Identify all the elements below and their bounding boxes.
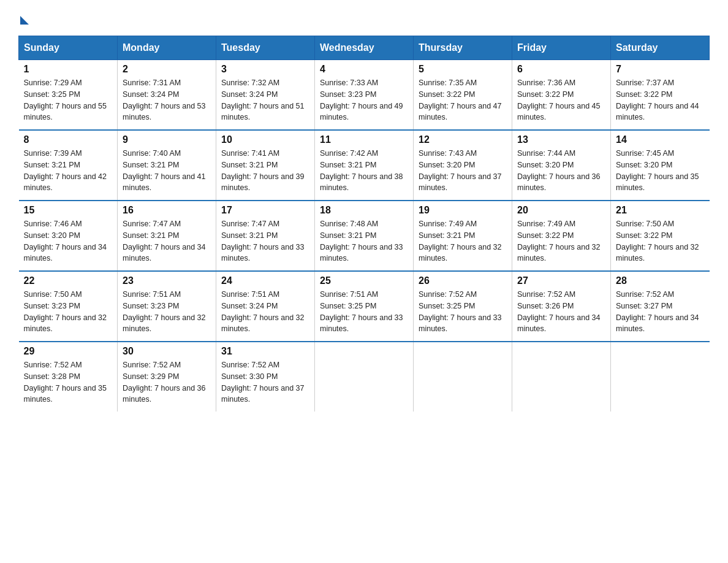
calendar-table: SundayMondayTuesdayWednesdayThursdayFrid… xyxy=(18,36,710,412)
calendar-cell: 12Sunrise: 7:43 AMSunset: 3:20 PMDayligh… xyxy=(414,130,512,201)
day-info: Sunrise: 7:51 AMSunset: 3:25 PMDaylight:… xyxy=(320,290,403,333)
calendar-cell: 9Sunrise: 7:40 AMSunset: 3:21 PMDaylight… xyxy=(118,130,216,201)
day-info: Sunrise: 7:51 AMSunset: 3:23 PMDaylight:… xyxy=(123,290,206,333)
calendar-cell: 24Sunrise: 7:51 AMSunset: 3:24 PMDayligh… xyxy=(216,271,315,342)
day-number: 10 xyxy=(221,134,309,145)
day-info: Sunrise: 7:45 AMSunset: 3:20 PMDaylight:… xyxy=(616,149,699,192)
day-info: Sunrise: 7:31 AMSunset: 3:24 PMDaylight:… xyxy=(123,79,206,121)
calendar-cell: 5Sunrise: 7:35 AMSunset: 3:22 PMDaylight… xyxy=(414,60,512,131)
logo xyxy=(18,12,29,25)
day-number: 15 xyxy=(24,205,113,216)
calendar-cell: 23Sunrise: 7:51 AMSunset: 3:23 PMDayligh… xyxy=(118,271,216,342)
calendar-cell: 6Sunrise: 7:36 AMSunset: 3:22 PMDaylight… xyxy=(512,60,611,131)
day-number: 5 xyxy=(419,64,507,75)
day-info: Sunrise: 7:52 AMSunset: 3:25 PMDaylight:… xyxy=(419,290,502,333)
calendar-cell: 8Sunrise: 7:39 AMSunset: 3:21 PMDaylight… xyxy=(19,130,118,201)
day-info: Sunrise: 7:29 AMSunset: 3:25 PMDaylight:… xyxy=(24,79,107,121)
day-info: Sunrise: 7:49 AMSunset: 3:22 PMDaylight:… xyxy=(517,220,601,262)
day-info: Sunrise: 7:39 AMSunset: 3:21 PMDaylight:… xyxy=(24,149,107,192)
day-number: 29 xyxy=(24,346,113,357)
page-header xyxy=(18,12,710,25)
day-number: 14 xyxy=(616,134,705,145)
day-info: Sunrise: 7:47 AMSunset: 3:21 PMDaylight:… xyxy=(123,220,206,262)
day-number: 25 xyxy=(320,275,408,286)
calendar-cell: 25Sunrise: 7:51 AMSunset: 3:25 PMDayligh… xyxy=(315,271,414,342)
day-number: 21 xyxy=(616,205,705,216)
calendar-cell: 26Sunrise: 7:52 AMSunset: 3:25 PMDayligh… xyxy=(414,271,512,342)
day-number: 2 xyxy=(123,64,211,75)
day-info: Sunrise: 7:35 AMSunset: 3:22 PMDaylight:… xyxy=(419,79,502,121)
day-number: 13 xyxy=(517,134,605,145)
day-number: 12 xyxy=(419,134,507,145)
day-info: Sunrise: 7:51 AMSunset: 3:24 PMDaylight:… xyxy=(221,290,305,333)
day-number: 18 xyxy=(320,205,408,216)
calendar-cell: 3Sunrise: 7:32 AMSunset: 3:24 PMDaylight… xyxy=(216,60,315,131)
day-info: Sunrise: 7:52 AMSunset: 3:29 PMDaylight:… xyxy=(123,361,206,404)
day-number: 27 xyxy=(517,275,605,286)
day-info: Sunrise: 7:50 AMSunset: 3:22 PMDaylight:… xyxy=(616,220,699,262)
day-number: 31 xyxy=(221,346,309,357)
calendar-cell: 1Sunrise: 7:29 AMSunset: 3:25 PMDaylight… xyxy=(19,60,118,131)
day-info: Sunrise: 7:47 AMSunset: 3:21 PMDaylight:… xyxy=(221,220,305,262)
calendar-cell: 14Sunrise: 7:45 AMSunset: 3:20 PMDayligh… xyxy=(611,130,710,201)
day-header-friday: Friday xyxy=(512,36,611,60)
calendar-cell xyxy=(315,342,414,412)
calendar-cell: 16Sunrise: 7:47 AMSunset: 3:21 PMDayligh… xyxy=(118,201,216,271)
day-info: Sunrise: 7:44 AMSunset: 3:20 PMDaylight:… xyxy=(517,149,601,192)
day-info: Sunrise: 7:40 AMSunset: 3:21 PMDaylight:… xyxy=(123,149,206,192)
calendar-cell: 19Sunrise: 7:49 AMSunset: 3:21 PMDayligh… xyxy=(414,201,512,271)
calendar-cell: 4Sunrise: 7:33 AMSunset: 3:23 PMDaylight… xyxy=(315,60,414,131)
day-info: Sunrise: 7:52 AMSunset: 3:30 PMDaylight:… xyxy=(221,361,305,404)
day-number: 3 xyxy=(221,64,309,75)
day-header-thursday: Thursday xyxy=(414,36,512,60)
calendar-cell: 13Sunrise: 7:44 AMSunset: 3:20 PMDayligh… xyxy=(512,130,611,201)
calendar-cell: 11Sunrise: 7:42 AMSunset: 3:21 PMDayligh… xyxy=(315,130,414,201)
day-info: Sunrise: 7:32 AMSunset: 3:24 PMDaylight:… xyxy=(221,79,305,121)
day-header-tuesday: Tuesday xyxy=(216,36,315,60)
day-number: 16 xyxy=(123,205,211,216)
day-number: 11 xyxy=(320,134,408,145)
calendar-week-row: 8Sunrise: 7:39 AMSunset: 3:21 PMDaylight… xyxy=(19,130,710,201)
day-info: Sunrise: 7:43 AMSunset: 3:20 PMDaylight:… xyxy=(419,149,502,192)
day-info: Sunrise: 7:48 AMSunset: 3:21 PMDaylight:… xyxy=(320,220,403,262)
day-number: 20 xyxy=(517,205,605,216)
day-number: 22 xyxy=(24,275,113,286)
day-number: 1 xyxy=(24,64,113,75)
day-info: Sunrise: 7:52 AMSunset: 3:28 PMDaylight:… xyxy=(24,361,107,404)
calendar-cell: 21Sunrise: 7:50 AMSunset: 3:22 PMDayligh… xyxy=(611,201,710,271)
day-info: Sunrise: 7:50 AMSunset: 3:23 PMDaylight:… xyxy=(24,290,107,333)
day-number: 17 xyxy=(221,205,309,216)
day-header-wednesday: Wednesday xyxy=(315,36,414,60)
calendar-cell: 30Sunrise: 7:52 AMSunset: 3:29 PMDayligh… xyxy=(118,342,216,412)
calendar-cell xyxy=(512,342,611,412)
calendar-cell: 27Sunrise: 7:52 AMSunset: 3:26 PMDayligh… xyxy=(512,271,611,342)
day-header-saturday: Saturday xyxy=(611,36,710,60)
day-number: 24 xyxy=(221,275,309,286)
calendar-cell: 18Sunrise: 7:48 AMSunset: 3:21 PMDayligh… xyxy=(315,201,414,271)
day-number: 8 xyxy=(24,134,113,145)
calendar-cell: 22Sunrise: 7:50 AMSunset: 3:23 PMDayligh… xyxy=(19,271,118,342)
day-number: 26 xyxy=(419,275,507,286)
calendar-cell: 7Sunrise: 7:37 AMSunset: 3:22 PMDaylight… xyxy=(611,60,710,131)
calendar-cell: 15Sunrise: 7:46 AMSunset: 3:20 PMDayligh… xyxy=(19,201,118,271)
day-number: 7 xyxy=(616,64,705,75)
day-info: Sunrise: 7:33 AMSunset: 3:23 PMDaylight:… xyxy=(320,79,403,121)
calendar-cell: 2Sunrise: 7:31 AMSunset: 3:24 PMDaylight… xyxy=(118,60,216,131)
day-info: Sunrise: 7:52 AMSunset: 3:27 PMDaylight:… xyxy=(616,290,699,333)
calendar-week-row: 29Sunrise: 7:52 AMSunset: 3:28 PMDayligh… xyxy=(19,342,710,412)
day-info: Sunrise: 7:52 AMSunset: 3:26 PMDaylight:… xyxy=(517,290,601,333)
calendar-cell: 10Sunrise: 7:41 AMSunset: 3:21 PMDayligh… xyxy=(216,130,315,201)
calendar-cell: 20Sunrise: 7:49 AMSunset: 3:22 PMDayligh… xyxy=(512,201,611,271)
calendar-cell: 28Sunrise: 7:52 AMSunset: 3:27 PMDayligh… xyxy=(611,271,710,342)
day-info: Sunrise: 7:41 AMSunset: 3:21 PMDaylight:… xyxy=(221,149,305,192)
day-number: 23 xyxy=(123,275,211,286)
day-info: Sunrise: 7:36 AMSunset: 3:22 PMDaylight:… xyxy=(517,79,601,121)
day-number: 19 xyxy=(419,205,507,216)
day-info: Sunrise: 7:37 AMSunset: 3:22 PMDaylight:… xyxy=(616,79,699,121)
calendar-cell xyxy=(611,342,710,412)
days-header-row: SundayMondayTuesdayWednesdayThursdayFrid… xyxy=(19,36,710,60)
calendar-cell: 29Sunrise: 7:52 AMSunset: 3:28 PMDayligh… xyxy=(19,342,118,412)
calendar-cell xyxy=(414,342,512,412)
day-number: 6 xyxy=(517,64,605,75)
logo-arrow-icon xyxy=(20,16,29,25)
